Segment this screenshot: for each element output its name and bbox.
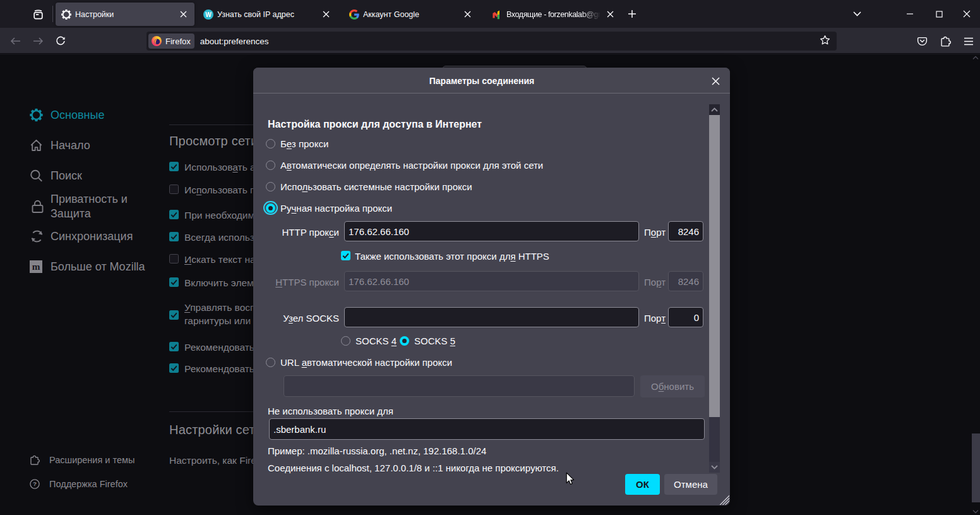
- dialog-resize-grip[interactable]: [719, 495, 729, 505]
- reload-button[interactable]: [51, 31, 71, 51]
- dialog-scrollbar-track[interactable]: [709, 417, 720, 462]
- checkbox-unchecked[interactable]: [169, 254, 179, 264]
- no-proxy-input[interactable]: .sberbank.ru: [269, 418, 705, 440]
- sidebar-item-search[interactable]: Поиск: [30, 166, 82, 185]
- checkbox-checked[interactable]: [169, 210, 179, 219]
- mozilla-icon: m: [30, 260, 42, 273]
- radio-manual-proxy-label: Ручная настройка прокси: [280, 203, 392, 214]
- https-port-input: 8246: [668, 271, 703, 291]
- radio-no-proxy-label: Без прокси: [280, 138, 328, 149]
- page-scroll-down-icon[interactable]: [972, 509, 979, 514]
- sidebar-item-extensions[interactable]: Расширения и темы: [30, 452, 134, 468]
- menu-button[interactable]: [959, 31, 979, 51]
- tab-gmail[interactable]: Входящие - forzenkalab@gmai: [487, 3, 621, 26]
- page-scrollbar-thumb[interactable]: [972, 433, 980, 502]
- checkbox-checked[interactable]: [169, 277, 179, 287]
- page-scroll-up-icon[interactable]: [972, 56, 979, 60]
- minimize-icon: [906, 10, 914, 18]
- also-https-label: Также использовать этот прокси для HTTPS: [355, 251, 549, 262]
- sidebar-item-general[interactable]: Основные: [30, 106, 104, 124]
- radio-auto-detect-label: Автоматически определять настройки прокс…: [280, 160, 543, 171]
- url-bar[interactable]: Firefox about:preferences: [146, 32, 837, 51]
- checkbox-also-https[interactable]: [341, 251, 350, 260]
- http-port-label: Порт: [644, 227, 666, 238]
- reload-icon: [56, 36, 66, 46]
- radio-system-proxy[interactable]: [266, 182, 275, 191]
- back-icon: [10, 37, 21, 45]
- radio-no-proxy[interactable]: [266, 139, 275, 148]
- gear-icon: [30, 109, 43, 122]
- star-icon: [820, 35, 830, 45]
- checkbox-checked[interactable]: [169, 232, 179, 241]
- svg-text:m: m: [32, 261, 40, 272]
- lock-icon: [30, 199, 45, 215]
- checkbox-unchecked[interactable]: [169, 185, 179, 194]
- sidebar-item-sync[interactable]: Синхронизация: [30, 227, 133, 246]
- sidebar-item-privacy[interactable]: Приватность иЗащита: [30, 192, 128, 221]
- socks-host-input[interactable]: [344, 307, 639, 327]
- puzzle-icon: [30, 455, 40, 465]
- radio-socks4[interactable]: [341, 336, 350, 346]
- tab-settings[interactable]: Настройки: [56, 3, 194, 26]
- close-icon: [464, 11, 471, 18]
- tab-title: Входящие - forzenkalab@gmai: [506, 10, 602, 19]
- checkbox-checked[interactable]: [169, 310, 179, 320]
- radio-auto-detect[interactable]: [266, 161, 275, 170]
- tab-close-button[interactable]: [318, 7, 333, 22]
- firefox-view-button[interactable]: [23, 0, 52, 28]
- tab-title: Аккаунт Google: [363, 10, 419, 19]
- https-proxy-input: 176.62.66.160: [344, 271, 639, 291]
- connection-settings-dialog: Параметры соединения Настройка прокси дл…: [253, 68, 730, 506]
- tab-close-button[interactable]: [460, 7, 475, 22]
- search-icon: [30, 169, 43, 183]
- bookmark-star-button[interactable]: [820, 35, 830, 48]
- minimize-button[interactable]: [895, 0, 924, 28]
- identity-label: Firefox: [165, 37, 191, 46]
- close-icon: [712, 77, 720, 85]
- radio-socks5-label: SOCKS 5: [414, 336, 455, 346]
- sidebar-item-support[interactable]: ? Поддержка Firefox: [30, 476, 128, 492]
- plus-icon: [628, 9, 636, 18]
- http-proxy-label: HTTP прокси: [253, 227, 339, 238]
- maximize-icon: [936, 11, 943, 18]
- new-tab-button[interactable]: [619, 0, 645, 28]
- sidebar-item-more-mozilla[interactable]: m Больше от Mozilla: [30, 257, 145, 276]
- dialog-scroll-down-button[interactable]: [709, 462, 720, 473]
- ok-button[interactable]: ОК: [625, 474, 660, 495]
- back-button[interactable]: [5, 31, 25, 51]
- socks-port-input[interactable]: 0: [668, 307, 703, 327]
- https-proxy-label: HTTPS прокси: [253, 277, 339, 288]
- no-proxy-label: Не использовать прокси для: [268, 406, 393, 416]
- identity-chip[interactable]: Firefox: [148, 33, 194, 49]
- dialog-scroll-up-button[interactable]: [709, 104, 720, 115]
- dialog-scrollbar-thumb[interactable]: [709, 115, 720, 417]
- radio-manual-proxy[interactable]: [266, 203, 275, 213]
- checkbox-checked[interactable]: [169, 162, 179, 171]
- chevron-up-icon: [711, 107, 718, 112]
- maximize-button[interactable]: [924, 0, 953, 28]
- list-tabs-button[interactable]: [844, 0, 869, 28]
- sidebar-item-home[interactable]: Начало: [30, 136, 90, 155]
- reload-pac-button[interactable]: Обновить: [640, 375, 705, 397]
- pocket-button[interactable]: [912, 31, 932, 51]
- tab-google-account[interactable]: Аккаунт Google: [344, 3, 479, 26]
- radio-socks5[interactable]: [400, 336, 409, 346]
- tab-close-button[interactable]: [176, 7, 191, 22]
- cancel-button[interactable]: Отмена: [664, 474, 717, 495]
- sidebar-label: Основные: [51, 108, 104, 123]
- tab-ip-address[interactable]: W Узнать свой IP адрес: [198, 3, 337, 26]
- http-port-input[interactable]: 8246: [668, 221, 703, 241]
- checkbox-checked[interactable]: [169, 363, 179, 373]
- sidebar-label: Приватность иЗащита: [51, 192, 128, 221]
- sidebar-label: Поиск: [51, 169, 82, 183]
- close-icon: [607, 11, 614, 18]
- extensions-button[interactable]: [935, 31, 955, 51]
- svg-text:?: ?: [33, 480, 37, 487]
- http-proxy-input[interactable]: 176.62.66.160: [344, 221, 639, 241]
- checkbox-checked[interactable]: [169, 342, 179, 351]
- dialog-close-button[interactable]: [707, 73, 724, 89]
- radio-pac-url[interactable]: [266, 358, 275, 367]
- forward-button[interactable]: [28, 31, 48, 51]
- window-close-button[interactable]: [952, 0, 980, 28]
- tab-close-button[interactable]: [602, 7, 618, 22]
